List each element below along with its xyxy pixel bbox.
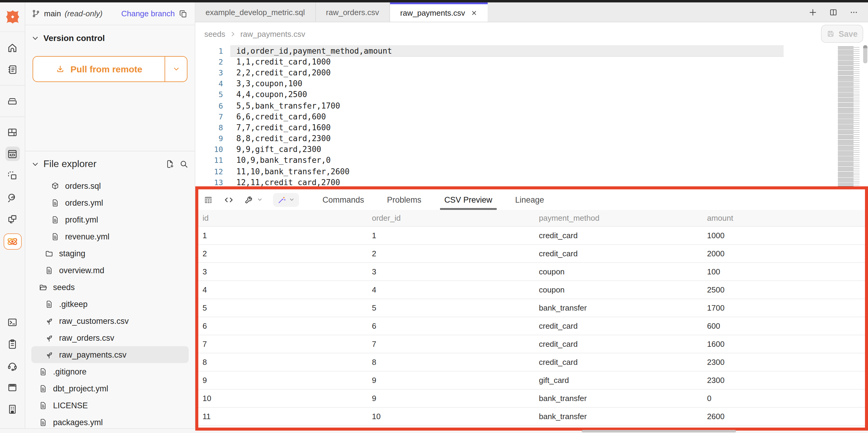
clipboard-nav-button[interactable] — [5, 337, 20, 351]
copy-icon[interactable] — [179, 9, 188, 19]
window-top-edge — [0, 0, 868, 2]
table-row-11: 1110bank_transfer2600 — [198, 408, 865, 426]
version-control-header[interactable]: Version control — [31, 33, 189, 43]
line-number: 13 — [195, 178, 223, 187]
chevron-right-icon — [229, 30, 236, 37]
pull-options-dropdown[interactable] — [164, 57, 187, 81]
file-doc-icon — [38, 384, 48, 393]
select-area-nav-button[interactable] — [5, 168, 20, 183]
browser-window-nav-button[interactable] — [5, 380, 20, 395]
headset-nav-button[interactable] — [5, 358, 20, 373]
table-row-9: 99gift_card2300 — [198, 372, 865, 389]
terminal-icon — [7, 316, 18, 328]
file-explorer-header: File explorer — [31, 158, 189, 170]
breadcrumb-folder[interactable]: seeds — [204, 29, 225, 38]
file-item-revenue.yml[interactable]: revenue.yml — [31, 228, 189, 245]
tab-raw_payments.csv[interactable]: raw_payments.csv — [390, 2, 487, 22]
file-item-.gitkeep[interactable]: .gitkeep — [31, 295, 189, 312]
table-cell: gift_card — [535, 372, 703, 389]
csv-preview-table: idorder_idpayment_methodamount11credit_c… — [198, 210, 865, 428]
table-cell: 10 — [198, 389, 368, 407]
line-number: 2 — [195, 57, 223, 66]
table-row-3: 33coupon100 — [198, 263, 865, 281]
chevron-down-icon[interactable] — [31, 160, 39, 168]
home-nav-button[interactable] — [5, 40, 20, 55]
file-item-raw_orders.csv[interactable]: raw_orders.csv — [31, 329, 189, 346]
open-window-nav-button[interactable] — [5, 212, 20, 226]
branch-bar: main (read-only) Change branch — [25, 2, 195, 25]
table-cell: 9 — [368, 372, 535, 389]
pull-from-remote-button[interactable]: Pull from remote — [33, 56, 187, 82]
panel-tab-Problems[interactable]: Problems — [375, 190, 433, 210]
code-editor-nav-button[interactable] — [5, 147, 20, 161]
split-editor-icon[interactable] — [829, 7, 838, 17]
table-row-1: 11credit_card1000 — [198, 227, 865, 245]
tab-example_develop_metric.sql[interactable]: example_develop_metric.sql — [195, 2, 316, 22]
file-item-orders.sql[interactable]: orders.sql — [31, 177, 189, 194]
panel-tab-Commands[interactable]: Commands — [311, 190, 375, 210]
building-nav-button[interactable] — [5, 402, 20, 416]
file-item-seeds[interactable]: seeds — [31, 279, 189, 295]
code-editor-icon — [7, 148, 18, 160]
table-cell: 600 — [703, 317, 865, 335]
breadcrumb-file[interactable]: raw_payments.csv — [240, 29, 305, 38]
file-item-raw_customers.csv[interactable]: raw_customers.csv — [31, 312, 189, 329]
search-icon[interactable] — [179, 159, 189, 169]
dbt-atom-nav-button[interactable] — [3, 233, 22, 250]
code-line-11: 1110,9,bank_transfer,0 — [195, 155, 868, 166]
building-icon — [7, 403, 18, 414]
save-button-label: Save — [838, 29, 858, 38]
file-item-dbt_project.yml[interactable]: dbt_project.yml — [31, 380, 189, 397]
file-item-profit.yml[interactable]: profit.yml — [31, 211, 189, 228]
file-item-LICENSE[interactable]: LICENSE — [31, 397, 189, 414]
data-stack-nav-button[interactable] — [5, 93, 20, 108]
table-view-icon[interactable] — [203, 195, 213, 205]
home-icon — [7, 42, 18, 53]
panel-tab-Lineage[interactable]: Lineage — [504, 190, 555, 210]
table-cell: 5 — [198, 299, 368, 317]
dashboard-grid-nav-button[interactable] — [5, 125, 20, 139]
table-cell: 1000 — [703, 227, 865, 244]
file-name: raw_payments.csv — [59, 350, 127, 359]
table-row-8: 88credit_card2300 — [198, 353, 865, 372]
table-cell: bank_transfer — [535, 299, 703, 317]
table-cell: 1 — [368, 227, 535, 244]
table-cell: 2000 — [703, 245, 865, 262]
panel-tab-CSV Preview[interactable]: CSV Preview — [433, 190, 504, 210]
save-icon — [827, 30, 835, 38]
table-cell: 2600 — [703, 408, 865, 425]
bottom-panel: CommandsProblemsCSV PreviewLineage idord… — [195, 186, 868, 431]
table-row-7: 77credit_card1600 — [198, 335, 865, 353]
new-file-icon[interactable] — [165, 159, 175, 169]
ai-format-button[interactable] — [273, 193, 299, 206]
file-item-raw_payments.csv[interactable]: raw_payments.csv — [31, 346, 189, 363]
explore-search-nav-button[interactable] — [5, 190, 20, 204]
file-name: raw_orders.csv — [59, 333, 114, 342]
file-item-staging[interactable]: staging — [31, 245, 189, 262]
table-cell: coupon — [535, 263, 703, 281]
more-options-icon[interactable] — [849, 7, 858, 17]
change-branch-link[interactable]: Change branch — [121, 9, 175, 18]
tab-raw_orders.csv[interactable]: raw_orders.csv — [316, 2, 390, 22]
save-button[interactable]: Save — [821, 25, 863, 43]
notebook-nav-button[interactable] — [5, 62, 20, 77]
file-item-overview.md[interactable]: overview.md — [31, 262, 189, 279]
file-name: orders.yml — [65, 198, 103, 207]
new-tab-icon[interactable] — [808, 7, 817, 17]
line-number: 4 — [195, 79, 223, 88]
horizontal-scrollbar[interactable] — [582, 430, 736, 432]
open-window-icon — [7, 213, 18, 225]
code-view-icon[interactable] — [224, 195, 234, 205]
file-item-.gitignore[interactable]: .gitignore — [31, 363, 189, 380]
pull-from-remote-main[interactable]: Pull from remote — [33, 57, 164, 81]
file-item-orders.yml[interactable]: orders.yml — [31, 194, 189, 211]
dbt-logo[interactable] — [0, 2, 25, 32]
code-editor[interactable]: 1id,order_id,payment_method,amount21,1,c… — [195, 45, 868, 189]
table-cell: 1700 — [703, 299, 865, 317]
terminal-nav-button[interactable] — [5, 315, 20, 329]
close-icon[interactable] — [470, 10, 477, 16]
table-row-4: 44coupon2500 — [198, 281, 865, 299]
table-cell: credit_card — [535, 245, 703, 262]
build-tools-button[interactable] — [244, 195, 263, 205]
tab-actions — [808, 2, 868, 22]
